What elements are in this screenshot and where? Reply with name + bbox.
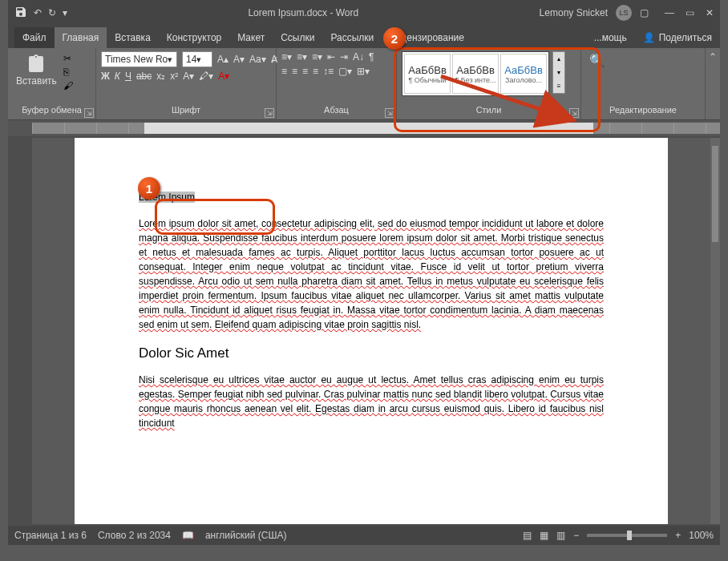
spellcheck-icon[interactable]: 📖 — [182, 530, 194, 541]
group-editing-label: Редактирование — [586, 105, 700, 116]
ribbon: Вставить ✂ ⎘ 🖌 Буфер обмена ⇲ Times New … — [8, 48, 720, 120]
align-left-icon[interactable]: ≡ — [281, 66, 287, 77]
zoom-out-icon[interactable]: − — [573, 530, 579, 541]
group-clipboard-label: Буфер обмена — [13, 105, 91, 116]
bullets-icon[interactable]: ≡▾ — [281, 51, 292, 63]
avatar[interactable]: LS — [616, 5, 632, 21]
subscript-button[interactable]: x₂ — [156, 71, 165, 82]
clipboard-launcher-icon[interactable]: ⇲ — [84, 108, 94, 118]
share-icon: 👤 — [643, 32, 655, 43]
group-font-label: Шрифт — [101, 105, 271, 116]
group-paragraph-label: Абзац — [281, 105, 391, 116]
align-center-icon[interactable]: ≡ — [292, 66, 297, 77]
show-marks-icon[interactable]: ¶ — [369, 51, 374, 63]
page[interactable]: Lorem Ipsum Lorem ipsum dolor sit amet, … — [75, 138, 668, 524]
paragraph-2[interactable]: Nisi scelerisque eu ultrices vitae aucto… — [139, 373, 604, 430]
grow-font-icon[interactable]: A▴ — [217, 54, 229, 65]
font-launcher-icon[interactable]: ⇲ — [265, 108, 274, 118]
numbering-icon[interactable]: ≡▾ — [297, 51, 307, 63]
text-effects-icon[interactable]: A▾ — [183, 71, 194, 82]
tab-file[interactable]: Файл — [14, 27, 55, 48]
font-size-combo[interactable]: 14 ▾ — [182, 51, 212, 67]
find-button[interactable]: 🔍 — [586, 51, 612, 77]
paragraph-1[interactable]: Lorem ipsum dolor sit amet, consectetur … — [139, 216, 604, 332]
styles-gallery[interactable]: АаБбВв ¶ Обычный АаБбВв ¶ Без инте... Аа… — [402, 51, 549, 96]
paragraph-launcher-icon[interactable]: ⇲ — [385, 108, 394, 118]
group-styles-label: Стили — [402, 105, 576, 116]
print-layout-icon[interactable]: ▦ — [540, 530, 548, 541]
tab-references[interactable]: Ссылки — [273, 27, 322, 48]
tab-layout[interactable]: Макет — [229, 27, 273, 48]
superscript-button[interactable]: x² — [170, 71, 178, 82]
tab-design[interactable]: Конструктор — [159, 27, 229, 48]
vertical-scrollbar[interactable] — [710, 138, 720, 524]
sort-icon[interactable]: A↓ — [353, 51, 364, 63]
word-count[interactable]: Слово 2 из 2034 — [98, 530, 171, 541]
highlight-icon[interactable]: 🖍▾ — [199, 71, 213, 82]
ribbon-tabs: Файл Главная Вставка Конструктор Макет С… — [8, 26, 720, 48]
format-painter-icon[interactable]: 🖌 — [63, 80, 73, 91]
ribbon-options-icon[interactable]: ▢ — [640, 7, 649, 18]
styles-more-icon[interactable]: ≡ — [553, 79, 564, 93]
horizontal-ruler[interactable] — [8, 120, 720, 136]
tab-insert[interactable]: Вставка — [107, 27, 159, 48]
language-status[interactable]: английский (США) — [205, 530, 286, 541]
share-button[interactable]: 👤Поделиться — [635, 27, 720, 48]
close-icon[interactable]: ✕ — [706, 7, 714, 18]
heading-2[interactable]: Dolor Sic Amet — [139, 343, 604, 364]
indent-icon[interactable]: ⇥ — [340, 51, 348, 63]
multilevel-icon[interactable]: ≡▾ — [312, 51, 322, 63]
styles-launcher-icon[interactable]: ⇲ — [569, 108, 579, 118]
style-no-spacing[interactable]: АаБбВв ¶ Без инте... — [452, 54, 499, 94]
zoom-in-icon[interactable]: + — [675, 530, 681, 541]
find-icon: 🔍 — [589, 53, 609, 75]
titlebar: ↶ ↻ ▾ Lorem Ipsum.docx - Word Lemony Sni… — [8, 0, 720, 26]
styles-up-icon[interactable]: ▴ — [553, 52, 564, 66]
cut-icon[interactable]: ✂ — [63, 53, 73, 64]
paste-button[interactable]: Вставить — [13, 51, 60, 88]
shading-icon[interactable]: ▢▾ — [338, 66, 352, 77]
style-normal[interactable]: АаБбВв ¶ Обычный — [404, 54, 451, 94]
undo-icon[interactable]: ↶ — [34, 7, 42, 18]
page-status[interactable]: Страница 1 из 6 — [14, 530, 87, 541]
copy-icon[interactable]: ⎘ — [63, 67, 73, 78]
align-right-icon[interactable]: ≡ — [302, 66, 308, 77]
tab-mailings[interactable]: Рассылки — [322, 27, 382, 48]
username[interactable]: Lemony Snicket — [540, 7, 608, 18]
web-layout-icon[interactable]: ▥ — [556, 530, 565, 541]
document-title: Lorem Ipsum.docx - Word — [67, 7, 540, 18]
strike-button[interactable]: abc — [136, 71, 152, 82]
underline-button[interactable]: Ч — [125, 71, 131, 82]
font-name-combo[interactable]: Times New Ro ▾ — [101, 51, 177, 67]
bold-button[interactable]: Ж — [101, 71, 110, 82]
italic-button[interactable]: К — [115, 71, 120, 82]
zoom-slider[interactable] — [587, 534, 667, 537]
minimize-icon[interactable]: — — [665, 7, 674, 18]
tab-home[interactable]: Главная — [55, 27, 107, 48]
font-color-icon[interactable]: A▾ — [218, 71, 229, 82]
outdent-icon[interactable]: ⇤ — [327, 51, 335, 63]
save-icon[interactable] — [14, 6, 27, 21]
statusbar: Страница 1 из 6 Слово 2 из 2034 📖 англий… — [8, 526, 720, 545]
shrink-font-icon[interactable]: A▾ — [233, 54, 245, 65]
styles-down-icon[interactable]: ▾ — [553, 66, 564, 79]
redo-icon[interactable]: ↻ — [48, 7, 56, 18]
style-heading1[interactable]: АаБбВв Заголово... — [500, 54, 547, 94]
borders-icon[interactable]: ⊞▾ — [357, 66, 370, 77]
zoom-level[interactable]: 100% — [689, 530, 714, 541]
tab-help[interactable]: ...мощь — [586, 27, 635, 48]
heading-1[interactable]: Lorem Ipsum — [139, 186, 604, 207]
maximize-icon[interactable]: ▭ — [686, 7, 694, 18]
callout-2-number: 2 — [383, 27, 406, 50]
document-area[interactable]: Lorem Ipsum Lorem ipsum dolor sit amet, … — [32, 138, 710, 524]
collapse-ribbon-icon[interactable]: ⌃ — [709, 51, 717, 63]
read-mode-icon[interactable]: ▤ — [523, 530, 532, 541]
callout-1-number: 1 — [138, 177, 160, 200]
line-spacing-icon[interactable]: ↕≡ — [323, 66, 334, 77]
change-case-icon[interactable]: Aa▾ — [249, 54, 266, 65]
justify-icon[interactable]: ≡ — [313, 66, 318, 77]
